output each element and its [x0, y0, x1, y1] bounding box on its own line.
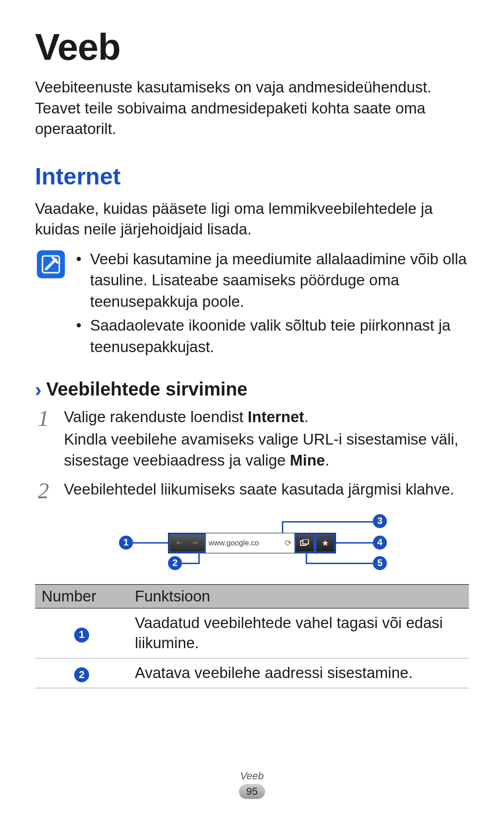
bookmarks-button[interactable]: ★ — [315, 533, 336, 553]
section-heading-internet: Internet — [35, 163, 469, 190]
section-intro: Vaadake, kuidas pääsete ligi oma lemmikv… — [35, 198, 469, 240]
url-text: www.google.co — [209, 539, 259, 547]
step-text: . — [325, 452, 329, 469]
arrow-left-icon: ← — [175, 538, 184, 548]
row-badge: 1 — [74, 628, 89, 643]
nav-back-forward-button[interactable]: ← → — [168, 533, 206, 553]
callout-badge-4: 4 — [373, 536, 387, 550]
step-text: Veebilehtedel liikumiseks saate kasutada… — [64, 481, 454, 498]
step-item: 2 Veebilehtedel liikumiseks saate kasuta… — [35, 479, 469, 502]
table-row: 1 Vaadatud veebilehtede vahel tagasi või… — [35, 608, 469, 658]
step-item: 1 Valige rakenduste loendist Internet. K… — [35, 406, 469, 472]
subheading: Veebilehtede sirvimine — [46, 379, 247, 400]
footer-title: Veeb — [0, 770, 504, 782]
step-bold: Internet — [248, 408, 304, 425]
callout-badge-1: 1 — [119, 536, 133, 550]
note-item: Veebi kasutamine ja meediumite allalaadi… — [76, 248, 469, 312]
row-description: Avatava veebilehe aadressi sisestamine. — [128, 658, 469, 688]
step-text: Kindla veebilehe avamiseks valige URL-i … — [64, 431, 459, 469]
row-description: Vaadatud veebilehtede vahel tagasi või e… — [128, 608, 469, 658]
row-badge: 2 — [74, 667, 89, 682]
star-icon: ★ — [322, 538, 329, 548]
intro-paragraph: Veebiteenuste kasutamiseks on vaja andme… — [35, 77, 469, 140]
url-input[interactable]: www.google.co ⟳ — [206, 533, 294, 553]
table-header-number: Number — [35, 584, 128, 608]
step-number: 2 — [35, 479, 52, 502]
reload-icon[interactable]: ⟳ — [285, 538, 292, 548]
note-icon — [37, 250, 65, 278]
tabs-button[interactable] — [294, 533, 315, 553]
page-title: Veeb — [35, 26, 469, 69]
step-number: 1 — [35, 406, 52, 472]
page-footer: Veeb 95 — [0, 770, 504, 799]
callout-badge-3: 3 — [373, 514, 387, 528]
function-table: Number Funktsioon 1 Vaadatud veebilehted… — [35, 584, 469, 688]
table-row: 2 Avatava veebilehe aadressi sisestamine… — [35, 658, 469, 688]
callout-badge-5: 5 — [373, 556, 387, 570]
step-bold: Mine — [290, 452, 325, 469]
page-number: 95 — [239, 784, 265, 799]
note-item: Saadaolevate ikoonide valik sõltub teie … — [76, 315, 469, 357]
arrow-right-icon: → — [191, 538, 199, 548]
step-text: Valige rakenduste loendist — [64, 408, 248, 425]
table-header-function: Funktsioon — [128, 584, 469, 608]
chevron-right-icon: › — [35, 380, 42, 400]
browser-bar-diagram: 3 ← → www.google.co ⟳ ★ 1 4 2 — [114, 514, 390, 570]
svg-rect-2 — [303, 539, 308, 544]
callout-badge-2: 2 — [168, 556, 182, 570]
step-text: . — [304, 408, 308, 425]
note-block: Veebi kasutamine ja meediumite allalaadi… — [35, 248, 469, 360]
browser-toolbar: ← → www.google.co ⟳ ★ — [168, 533, 336, 553]
